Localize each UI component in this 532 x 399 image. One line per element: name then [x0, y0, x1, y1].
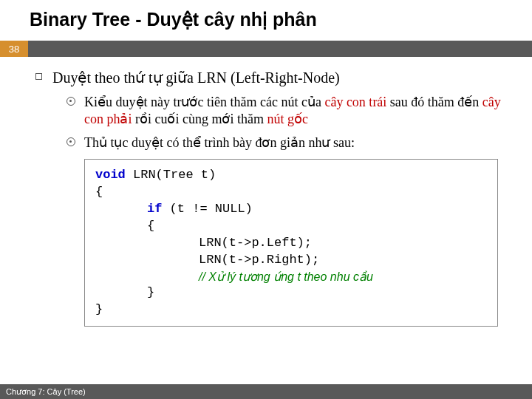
- footer-bar: Chương 7: Cây (Tree): [0, 384, 532, 399]
- bullet-level1: Duyệt theo thứ tự giữa LRN (Left-Right-N…: [35, 69, 510, 86]
- code-line-9: }: [95, 301, 487, 318]
- square-bullet-icon: [35, 73, 42, 80]
- header-bar-fill: [28, 41, 532, 57]
- content-area: Duyệt theo thứ tự giữa LRN (Left-Right-N…: [0, 57, 532, 327]
- code-line-2: {: [95, 184, 487, 201]
- t1b: sau đó thăm đến: [386, 95, 482, 109]
- header-bar: 38: [0, 41, 532, 57]
- t1c: rồi cuối cùng mới thăm: [132, 112, 267, 126]
- code-l3-rest: (t != NULL): [162, 202, 252, 216]
- code-line-4: {: [95, 218, 487, 235]
- kw-if: if: [147, 202, 162, 216]
- circle-bullet-icon: [66, 97, 75, 106]
- page-number: 38: [0, 41, 28, 57]
- code-l1-rest: LRN(Tree t): [126, 168, 216, 182]
- code-line-5: LRN(t->p.Left);: [95, 235, 487, 252]
- lvl2-text-2: Thủ tục duyệt có thể trình bày đơn giản …: [84, 134, 355, 151]
- bullet-level2-1: Kiểu duyệt này trước tiên thăm các nút c…: [66, 94, 510, 129]
- footer-text: Chương 7: Cây (Tree): [6, 387, 86, 397]
- code-line-1: void LRN(Tree t): [95, 167, 487, 184]
- lvl2-text-1: Kiểu duyệt này trước tiên thăm các nút c…: [84, 94, 510, 129]
- kw-void: void: [95, 168, 126, 182]
- code-line-3: if (t != NULL): [95, 201, 487, 218]
- code-line-8: }: [95, 284, 487, 301]
- t1a: Kiểu duyệt này trước tiên thăm các nút c…: [84, 95, 324, 109]
- code-line-7-comment: // Xử lý tương ứng t theo nhu cầu: [95, 269, 487, 285]
- circle-bullet-icon: [66, 137, 75, 146]
- slide-title: Binary Tree - Duyệt cây nhị phân: [0, 0, 532, 38]
- hl1: cây con trái: [324, 95, 386, 109]
- code-line-6: LRN(t->p.Right);: [95, 252, 487, 269]
- hl3: nút gốc: [267, 112, 308, 126]
- bullet-level2-2: Thủ tục duyệt có thể trình bày đơn giản …: [66, 134, 510, 151]
- lvl1-text: Duyệt theo thứ tự giữa LRN (Left-Right-N…: [52, 69, 340, 86]
- code-block: void LRN(Tree t) { if (t != NULL) { LRN(…: [84, 159, 498, 327]
